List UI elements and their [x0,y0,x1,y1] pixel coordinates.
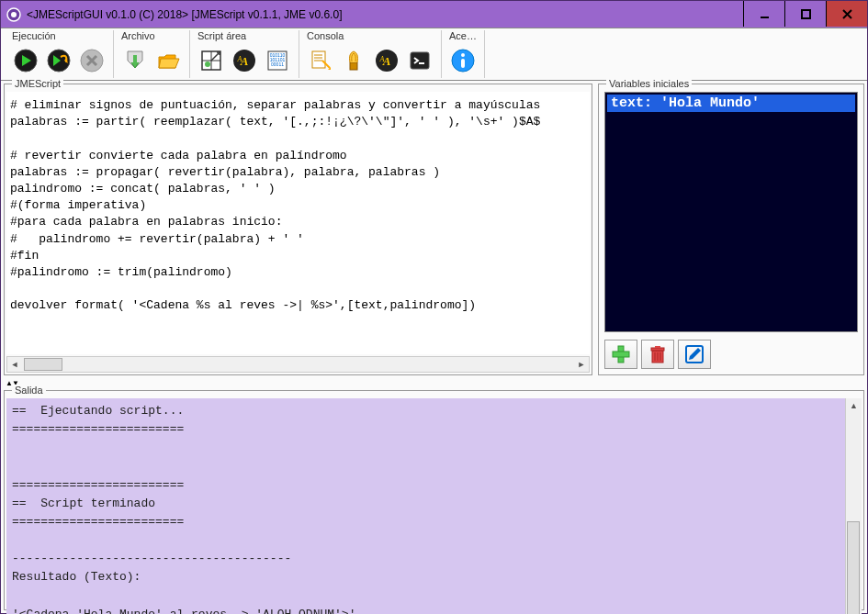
info-button[interactable] [447,45,479,76]
variable-item[interactable]: text: 'Hola Mundo' [607,95,855,112]
svg-rect-25 [461,59,465,68]
font-button[interactable]: AA [229,45,260,76]
toolbar-group-ace: Ace… [442,30,485,78]
minimize-button[interactable] [743,1,784,27]
scroll-thumb-v[interactable] [847,521,860,614]
terminal-button[interactable] [404,45,435,76]
svg-rect-7 [133,55,137,62]
console-copy-button[interactable] [305,45,336,76]
svg-point-9 [205,61,210,67]
add-variable-button[interactable] [604,340,637,369]
app-icon [6,7,21,22]
svg-text:00011: 00011 [271,61,284,67]
delete-variable-button[interactable] [641,340,674,369]
toolbar-group-ejecucion: Ejecución [5,30,114,78]
window-title: <JMEScriptGUI v0.1.0 (C) 2018> [JMEScrip… [27,8,743,21]
output-panel-title: Salida [12,385,46,396]
scroll-up-arrow[interactable]: ▲ [847,398,862,413]
titlebar[interactable]: <JMEScriptGUI v0.1.0 (C) 2018> [JMEScrip… [1,1,867,28]
group-label-script-area: Script área [196,30,293,43]
output-panel: Salida == Ejecutando script... =========… [4,390,864,610]
maximize-button[interactable] [784,1,826,27]
svg-text:A: A [237,55,242,63]
script-editor[interactable]: # eliminar signos de puntuación, separar… [6,92,590,354]
toolbar-group-archivo: Archivo [114,30,190,78]
group-label-archivo: Archivo [119,30,184,43]
variables-panel-title: Variables iniciales [606,78,692,89]
open-button[interactable] [152,45,184,76]
clear-button[interactable] [338,45,369,76]
run-step-button[interactable] [43,45,74,76]
edit-variable-button[interactable] [678,340,711,369]
svg-rect-27 [613,352,629,357]
variables-panel: Variables iniciales text: 'Hola Mundo' [598,84,864,375]
svg-rect-18 [350,62,357,70]
toolbar: Ejecución Archivo Script área AA 0101101… [1,28,867,81]
save-button[interactable] [119,45,151,76]
script-horizontal-scrollbar[interactable]: ◄ ► [6,356,590,373]
group-label-ejecucion: Ejecución [10,30,107,43]
script-panel: JMEScript # eliminar signos de puntuació… [4,84,592,375]
splitter[interactable]: ▲▼ [4,378,864,387]
binary-button[interactable]: 01011010110100011 [262,45,293,76]
svg-point-24 [461,53,465,57]
content-area: JMEScript # eliminar signos de puntuació… [1,81,867,613]
script-panel-title: JMEScript [12,78,63,89]
console-font-button[interactable]: AA [371,45,402,76]
toolbar-group-script-area: Script área AA 01011010110100011 [190,30,299,78]
output-text[interactable]: == Ejecutando script... ================… [6,398,845,614]
svg-rect-17 [312,51,325,68]
scroll-right-arrow[interactable]: ► [574,357,589,372]
close-button[interactable] [826,1,867,27]
scroll-left-arrow[interactable]: ◄ [7,357,22,372]
svg-text:A: A [379,55,385,63]
stop-button[interactable] [76,45,107,76]
toolbar-group-consola: Consola AA [299,30,442,78]
main-window: <JMEScriptGUI v0.1.0 (C) 2018> [JMEScrip… [0,0,868,614]
svg-point-1 [11,12,17,17]
scroll-thumb[interactable] [24,358,62,371]
svg-rect-29 [651,348,664,351]
group-label-consola: Consola [305,30,435,43]
group-label-ace: Ace… [447,30,479,43]
output-vertical-scrollbar[interactable]: ▲ ▼ [845,398,862,614]
svg-rect-3 [802,10,810,18]
script-tool-1-button[interactable] [196,45,227,76]
svg-rect-2 [761,17,769,18]
svg-rect-30 [655,346,660,348]
variables-list[interactable]: text: 'Hola Mundo' [604,92,858,332]
run-button[interactable] [10,45,41,76]
svg-rect-22 [411,52,429,69]
